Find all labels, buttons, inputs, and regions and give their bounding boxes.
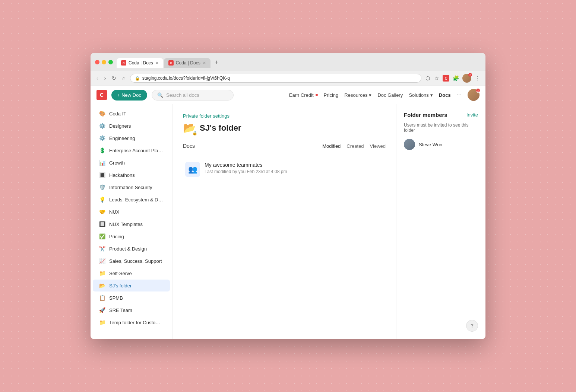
search-bar[interactable]: 🔍 Search all docs bbox=[152, 90, 234, 101]
coda-ext-icon[interactable]: C bbox=[443, 75, 449, 82]
sort-created[interactable]: Created bbox=[346, 143, 364, 149]
member-item-0: Steve Won bbox=[404, 139, 478, 150]
spmb-icon: 📋 bbox=[99, 294, 105, 301]
sidebar-item-spmb[interactable]: 📋 SPMB bbox=[93, 292, 170, 304]
url-text: staging.coda.io/docs?folderId=fl-jgVt6hQ… bbox=[142, 76, 230, 81]
pricing-icon: ✅ bbox=[99, 233, 105, 240]
external-link-icon[interactable]: ⬡ bbox=[424, 74, 431, 82]
sidebar-item-coda-it[interactable]: 🎨 Coda IT bbox=[93, 108, 170, 119]
members-title: Folder members bbox=[404, 112, 466, 118]
maximize-button[interactable] bbox=[108, 60, 113, 64]
url-bar[interactable]: 🔒 staging.coda.io/docs?folderId=fl-jgVt6… bbox=[130, 74, 421, 83]
sidebar-item-engineering[interactable]: ⚙️ Engineering bbox=[93, 132, 170, 144]
sidebar-item-self-serve[interactable]: 📁 Self-Serve bbox=[93, 267, 170, 279]
nav-solutions[interactable]: Solutions ▾ bbox=[409, 92, 433, 98]
temp-folder-icon: 📁 bbox=[99, 319, 105, 326]
nux-icon: 🤝 bbox=[99, 208, 105, 215]
new-tab-button[interactable]: + bbox=[211, 57, 222, 68]
engineering-icon: ⚙️ bbox=[99, 135, 105, 141]
sidebar-item-product-design[interactable]: ✂️ Product & Design bbox=[93, 243, 170, 255]
nav-docs[interactable]: Docs bbox=[439, 92, 451, 98]
doc-item-0[interactable]: 👥 My awesome teammates Last modified by … bbox=[183, 158, 386, 181]
leads-icon: 💡 bbox=[99, 196, 105, 203]
docs-section-label: Docs bbox=[183, 143, 322, 149]
sidebar-item-designers[interactable]: ⚙️ Designers bbox=[93, 120, 170, 132]
designers-icon: ⚙️ bbox=[99, 122, 105, 129]
puzzle-icon[interactable]: 🧩 bbox=[452, 74, 460, 82]
earn-credit-dot bbox=[316, 94, 318, 96]
search-icon: 🔍 bbox=[157, 92, 163, 98]
sre-team-icon: 🚀 bbox=[99, 307, 105, 313]
title-bar: C Coda | Docs ✕ C Coda | Docs ✕ + bbox=[91, 53, 485, 71]
sidebar-label-coda-it: Coda IT bbox=[109, 111, 126, 117]
reload-button[interactable]: ↻ bbox=[110, 74, 118, 82]
docs-section-header: Docs Modified Created Viewed bbox=[183, 143, 386, 152]
help-button[interactable]: ? bbox=[466, 320, 478, 332]
sidebar-item-growth[interactable]: 📊 Growth bbox=[93, 157, 170, 169]
close-button[interactable] bbox=[95, 60, 99, 64]
sidebar-item-info-security[interactable]: 🛡️ Information Security bbox=[93, 181, 170, 193]
nav-pricing[interactable]: Pricing bbox=[324, 92, 339, 98]
sales-icon: 📈 bbox=[99, 258, 105, 264]
enterprise-icon: 💲 bbox=[99, 147, 105, 154]
sidebar-label-info-security: Information Security bbox=[109, 185, 152, 190]
hackathons-icon: 🔳 bbox=[99, 172, 105, 178]
sidebar-label-enterprise: Enterprise Account Plans ... bbox=[109, 148, 164, 153]
sidebar-item-hackathons[interactable]: 🔳 Hackathons bbox=[93, 169, 170, 181]
sidebar-item-nux[interactable]: 🤝 NUX bbox=[93, 206, 170, 218]
private-folder-settings-link[interactable]: Private folder settings bbox=[183, 113, 386, 119]
sort-viewed[interactable]: Viewed bbox=[370, 143, 386, 149]
folder-icon-wrapper: 📂 🔒 bbox=[183, 122, 196, 134]
sidebar-label-leads: Leads, Ecosystem & Dem... bbox=[109, 197, 164, 203]
sidebar-label-sre-team: SRE Team bbox=[109, 307, 132, 313]
sidebar-item-sre-team[interactable]: 🚀 SRE Team bbox=[93, 304, 170, 316]
doc-meta-0: Last modified by you Feb 23rd at 4:08 pm bbox=[205, 169, 383, 174]
sidebar-label-hackathons: Hackathons bbox=[109, 172, 135, 178]
tab-1[interactable]: C Coda | Docs ✕ bbox=[117, 58, 163, 68]
members-panel: Folder members Invite Users must be invi… bbox=[396, 104, 485, 339]
member-name-0: Steve Won bbox=[419, 142, 442, 147]
sidebar-item-leads[interactable]: 💡 Leads, Ecosystem & Dem... bbox=[93, 194, 170, 205]
sidebar-item-sj-folder[interactable]: 📂 SJ's folder bbox=[93, 280, 170, 291]
sidebar-item-pricing[interactable]: ✅ Pricing bbox=[93, 230, 170, 242]
back-button[interactable]: ‹ bbox=[95, 74, 100, 82]
search-placeholder: Search all docs bbox=[166, 92, 199, 98]
growth-icon: 📊 bbox=[99, 159, 105, 166]
doc-thumbnail-0: 👥 bbox=[185, 162, 200, 177]
new-doc-button[interactable]: + New Doc bbox=[111, 90, 147, 101]
nav-more-button[interactable]: ··· bbox=[457, 92, 462, 98]
home-button[interactable]: ⌂ bbox=[121, 74, 127, 82]
sidebar-item-enterprise[interactable]: 💲 Enterprise Account Plans ... bbox=[93, 144, 170, 156]
sidebar-label-sj-folder: SJ's folder bbox=[109, 283, 132, 289]
sidebar-item-temp-folder[interactable]: 📁 Temp folder for Custom T... bbox=[93, 316, 170, 328]
sort-modified[interactable]: Modified bbox=[322, 143, 341, 149]
more-options-icon[interactable]: ⋮ bbox=[474, 74, 481, 82]
sidebar-item-sales[interactable]: 📈 Sales, Success, Support bbox=[93, 255, 170, 267]
nav-earn-credit[interactable]: Earn Credit bbox=[289, 92, 318, 98]
members-header: Folder members Invite bbox=[404, 112, 478, 118]
folder-title: SJ's folder bbox=[200, 123, 241, 133]
coda-it-icon: 🎨 bbox=[99, 110, 105, 117]
forward-button[interactable]: › bbox=[103, 74, 108, 82]
folder-content: Private folder settings 📂 🔒 SJ's folder … bbox=[173, 104, 396, 339]
tab-1-close[interactable]: ✕ bbox=[155, 61, 159, 66]
nav-resources[interactable]: Resources ▾ bbox=[344, 92, 371, 98]
user-avatar-badge: 2 bbox=[476, 88, 480, 93]
coda-logo[interactable]: C bbox=[96, 90, 107, 100]
doc-info-0: My awesome teammates Last modified by yo… bbox=[205, 162, 383, 174]
minimize-button[interactable] bbox=[102, 60, 106, 64]
bookmark-icon[interactable]: ☆ bbox=[433, 74, 440, 82]
sort-options: Modified Created Viewed bbox=[322, 143, 386, 149]
invite-link[interactable]: Invite bbox=[466, 112, 478, 118]
members-description: Users must be invited to see this folder bbox=[404, 122, 478, 133]
sidebar-item-nux-templates[interactable]: 🔲 NUX Templates bbox=[93, 218, 170, 230]
folder-lock-icon: 🔒 bbox=[192, 131, 197, 136]
browser-avatar-badge: 2 bbox=[468, 73, 472, 77]
traffic-lights bbox=[95, 60, 113, 64]
top-nav: C + New Doc 🔍 Search all docs Earn Credi… bbox=[91, 86, 485, 104]
coda-tab-icon-1: C bbox=[121, 60, 126, 66]
nav-doc-gallery[interactable]: Doc Gallery bbox=[377, 92, 403, 98]
tab-2[interactable]: C Coda | Docs ✕ bbox=[164, 58, 211, 68]
tab-2-close[interactable]: ✕ bbox=[203, 61, 206, 66]
product-design-icon: ✂️ bbox=[99, 245, 105, 252]
